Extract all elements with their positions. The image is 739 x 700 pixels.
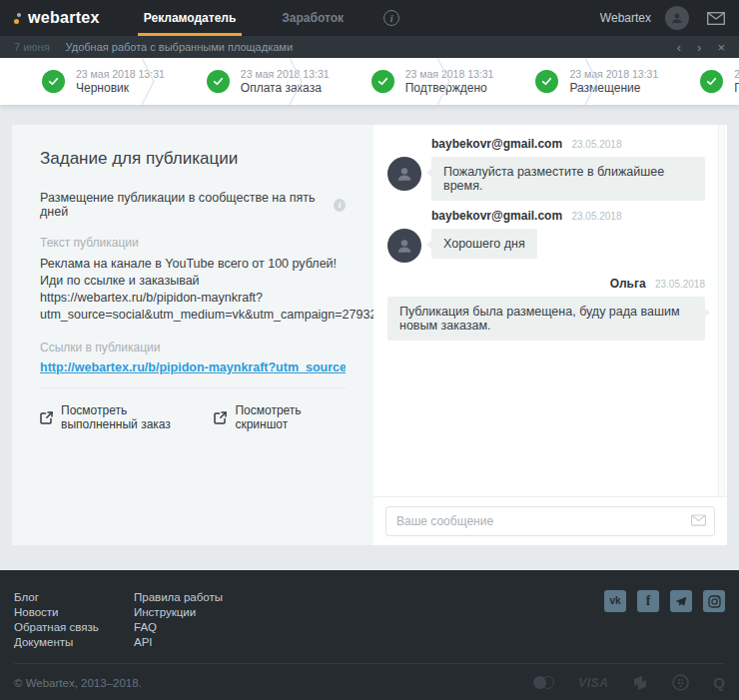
publication-text-label: Текст публикации [40, 236, 346, 250]
timeline-step-final-confirmed: 23 мая 2018 20:48 Подтверждено [658, 58, 739, 105]
timeline-step-payment: 23 мая 2018 13:31 Оплата заказа [165, 58, 330, 105]
subtitle-info-glyph: i [339, 200, 342, 210]
footer-links-column-1: Блог Новости Обратная связь Документы [14, 590, 134, 650]
main-nav: Рекламодатель Заработок i [138, 0, 399, 36]
message-bubble: Хорошего дня [431, 229, 537, 259]
message-date: 23.05.2018 [655, 279, 705, 290]
timeline-chevron-separator [289, 58, 303, 105]
yandex-money-icon [632, 675, 648, 691]
person-icon [396, 238, 412, 254]
footer-link-faq[interactable]: FAQ [134, 620, 223, 635]
message-date: 23.05.2018 [571, 211, 621, 222]
task-subtitle-row: Размещение публикации в сообществе на пя… [40, 191, 346, 219]
header-right: Webartex [600, 0, 725, 36]
instagram-icon[interactable] [703, 590, 725, 612]
step-label: Оплата заказа [241, 81, 330, 96]
tab-earnings[interactable]: Заработок [276, 0, 350, 36]
logo-dots-icon [14, 13, 21, 24]
message-input[interactable] [385, 506, 715, 536]
footer-link-news[interactable]: Новости [14, 605, 134, 620]
footer: Блог Новости Обратная связь Документы Пр… [0, 570, 739, 700]
check-icon [42, 70, 65, 93]
next-notice-icon[interactable]: › [697, 41, 701, 54]
tab-advertiser-label: Рекламодатель [144, 11, 237, 25]
order-status-timeline: 23 мая 2018 13:31 Черновик 23 мая 2018 1… [0, 58, 739, 105]
task-title: Задание для публикации [40, 149, 346, 169]
external-link-icon [40, 411, 53, 424]
message-date: 23.05.2018 [571, 139, 621, 150]
facebook-icon[interactable]: f [637, 590, 659, 612]
message-row: Пожалуйста разместите в ближайшее время. [387, 157, 705, 201]
message-row: Публикация была размещена, буду рада ваш… [387, 297, 705, 341]
notice-text: Удобная работа с выбранными площадками [66, 41, 293, 53]
message-row: Хорошего дня [387, 229, 705, 263]
footer-link-rules[interactable]: Правила работы [134, 590, 223, 605]
send-message-icon[interactable] [691, 514, 706, 526]
timeline-chevron-separator [436, 58, 450, 105]
tab-advertiser[interactable]: Рекламодатель [138, 0, 243, 36]
subtitle-info-icon[interactable]: i [334, 199, 346, 212]
chat-panel: baybekovr@gmail.com 23.05.2018 Пожалуйст… [373, 125, 727, 545]
step-date: 23 мая 2018 20:48 [734, 67, 739, 81]
person-icon [396, 166, 412, 182]
step-label: Размещение [569, 81, 658, 96]
info-icon-glyph: i [390, 13, 393, 24]
message-bubble: Публикация была размещена, буду рада ваш… [387, 297, 705, 341]
check-icon [207, 70, 230, 93]
footer-link-documents[interactable]: Документы [14, 635, 134, 650]
visa-icon: VISA [578, 676, 608, 690]
task-divider [40, 387, 346, 388]
step-label: Подтверждено [734, 81, 739, 96]
footer-link-api[interactable]: API [134, 635, 223, 650]
message-author: baybekovr@gmail.com [431, 137, 562, 151]
step-date: 23 мая 2018 13:31 [569, 67, 658, 81]
webartex-app: webartex Рекламодатель Заработок i Webar… [0, 0, 739, 700]
vk-icon[interactable]: vk [604, 590, 626, 612]
publication-links-label: Ссылки в публикации [40, 341, 346, 354]
message-header: baybekovr@gmail.com 23.05.2018 [431, 209, 705, 223]
footer-link-blog[interactable]: Блог [14, 590, 134, 605]
top-header: webartex Рекламодатель Заработок i Webar… [0, 0, 739, 36]
mastercard-icon [533, 676, 554, 689]
message-bubble: Пожалуйста разместите в ближайшее время. [431, 157, 705, 201]
step-date: 23 мая 2018 13:31 [241, 67, 330, 81]
footer-links-column-2: Правила работы Инструкции FAQ API [134, 590, 223, 650]
envelope-icon [707, 12, 725, 25]
info-icon[interactable]: i [383, 10, 399, 26]
mail-icon[interactable] [707, 12, 725, 25]
view-screenshot-label: Посмотреть скриншот [235, 403, 322, 431]
chat-input-bar [373, 496, 727, 545]
publication-link[interactable]: http://webartex.ru/b/pipidon-maynkraft?u… [40, 360, 346, 374]
footer-link-feedback[interactable]: Обратная связь [14, 620, 134, 635]
logo[interactable]: webartex [14, 0, 100, 36]
timeline-step-confirmed: 23 мая 2018 13:31 Подтверждено [330, 58, 494, 105]
notice-date: 7 июня [14, 41, 50, 53]
prev-notice-icon[interactable]: ‹ [677, 41, 681, 54]
message-author: Ольга [610, 277, 646, 291]
telegram-icon[interactable] [670, 590, 692, 612]
view-screenshot-link[interactable]: Посмотреть скриншот [214, 403, 322, 431]
chat-scrollbar[interactable] [718, 125, 725, 496]
account-name[interactable]: Webartex [600, 11, 651, 25]
copyright: © Webartex, 2013–2018. [14, 677, 142, 689]
person-icon [671, 12, 683, 24]
notice-controls: ‹ › × [661, 41, 725, 54]
payment-methods: VISA Q [509, 674, 725, 691]
view-completed-order-label: Посмотреть выполненный заказ [61, 403, 190, 431]
check-icon [535, 70, 558, 93]
check-icon [700, 70, 723, 93]
footer-social: vk f [593, 590, 725, 650]
webmoney-icon [672, 674, 689, 691]
close-notice-icon[interactable]: × [717, 41, 725, 54]
user-avatar[interactable] [665, 6, 689, 30]
tab-earnings-label: Заработок [282, 11, 344, 25]
external-link-icon [214, 411, 227, 424]
task-actions: Посмотреть выполненный заказ Посмотреть … [40, 403, 346, 431]
view-completed-order-link[interactable]: Посмотреть выполненный заказ [40, 403, 190, 431]
footer-link-instructions[interactable]: Инструкции [134, 605, 223, 620]
check-icon [371, 70, 394, 93]
message-header: baybekovr@gmail.com 23.05.2018 [431, 137, 705, 151]
notice-bar: 7 июня Удобная работа с выбранными площа… [0, 36, 739, 58]
logo-text: webartex [28, 9, 100, 27]
message-header: Ольга 23.05.2018 [387, 277, 705, 291]
